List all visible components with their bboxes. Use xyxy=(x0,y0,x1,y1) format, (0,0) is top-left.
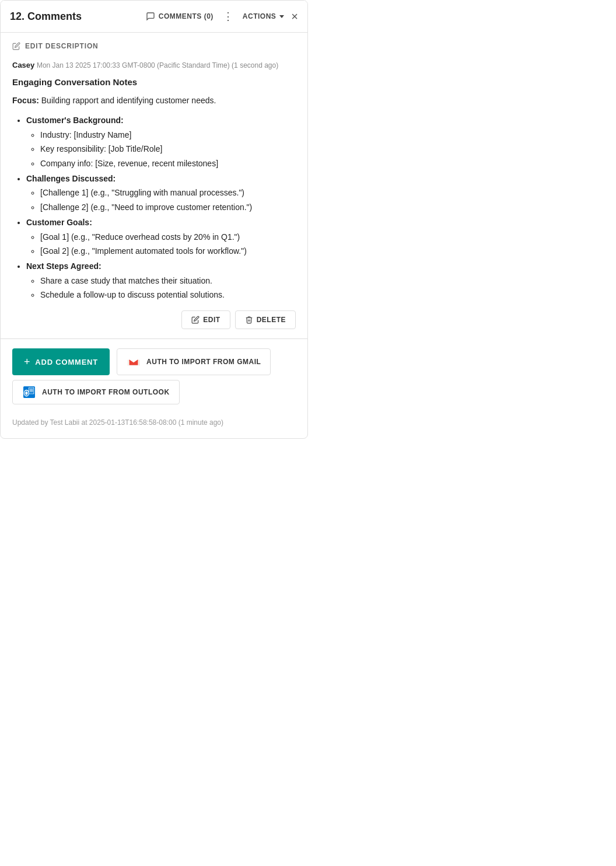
list-item: Customer Goals: [Goal 1] (e.g., "Reduce … xyxy=(26,216,296,257)
list-item: Key responsibility: [Job Title/Role] xyxy=(40,142,296,155)
header: 12. Comments COMMENTS (0) ⋮ ACTIONS × xyxy=(1,1,307,33)
comments-tab-label: COMMENTS (0) xyxy=(159,12,214,20)
list-item: Share a case study that matches their si… xyxy=(40,274,296,287)
delete-button[interactable]: DELETE xyxy=(235,310,296,329)
author-meta: Mon Jan 13 2025 17:00:33 GMT-0800 (Pacif… xyxy=(37,61,278,69)
sections-list: Customer's Background: Industry: [Indust… xyxy=(12,114,296,301)
edit-description-button[interactable]: EDIT DESCRIPTION xyxy=(12,42,296,50)
note-content: Engaging Conversation Notes Focus: Build… xyxy=(12,75,296,301)
actions-button[interactable]: ACTIONS xyxy=(243,12,285,20)
actions-label: ACTIONS xyxy=(243,12,276,20)
page-title: 12. Comments xyxy=(10,11,146,23)
auth-outlook-button[interactable]: AUTH TO IMPORT FROM OUTLOOK xyxy=(12,380,180,404)
list-item: Company info: [Size, revenue, recent mil… xyxy=(40,157,296,170)
main-content: EDIT DESCRIPTION Casey Mon Jan 13 2025 1… xyxy=(1,33,307,438)
gmail-icon xyxy=(127,356,141,368)
comments-icon xyxy=(146,12,155,21)
outlook-button-label: AUTH TO IMPORT FROM OUTLOOK xyxy=(42,388,170,396)
focus-line: Focus: Building rapport and identifying … xyxy=(12,94,296,107)
list-item: Schedule a follow-up to discuss potentia… xyxy=(40,288,296,301)
bottom-row-2: AUTH TO IMPORT FROM OUTLOOK xyxy=(12,380,296,404)
focus-text: Building rapport and identifying custome… xyxy=(39,96,216,105)
svg-point-7 xyxy=(25,392,27,395)
note-action-buttons: EDIT DELETE xyxy=(12,310,296,329)
close-button[interactable]: × xyxy=(291,11,298,22)
sub-list: [Challenge 1] (e.g., "Struggling with ma… xyxy=(26,186,296,214)
sub-list: Industry: [Industry Name] Key responsibi… xyxy=(26,128,296,170)
edit-button[interactable]: EDIT xyxy=(181,310,230,329)
auth-gmail-button[interactable]: AUTH TO IMPORT FROM GMAIL xyxy=(117,348,271,375)
author-name: Casey xyxy=(12,61,34,69)
list-item: [Goal 2] (e.g., "Implement automated too… xyxy=(40,245,296,257)
list-item: Next Steps Agreed: Share a case study th… xyxy=(26,260,296,301)
divider xyxy=(1,338,307,339)
focus-label: Focus: xyxy=(12,96,39,105)
content-heading: Engaging Conversation Notes xyxy=(12,75,296,89)
sub-list: Share a case study that matches their si… xyxy=(26,274,296,302)
add-comment-label: ADD COMMENT xyxy=(35,358,98,366)
list-item: [Goal 1] (e.g., "Reduce overhead costs b… xyxy=(40,231,296,243)
gmail-button-label: AUTH TO IMPORT FROM GMAIL xyxy=(146,358,261,366)
chevron-down-icon xyxy=(279,15,284,18)
list-item: Industry: [Industry Name] xyxy=(40,128,296,141)
bottom-row-1: + ADD COMMENT xyxy=(12,348,296,375)
plus-icon: + xyxy=(24,357,30,367)
edit-description-label: EDIT DESCRIPTION xyxy=(25,42,98,50)
pencil-icon xyxy=(191,316,200,324)
comments-tab[interactable]: COMMENTS (0) xyxy=(146,12,214,21)
bottom-actions: + ADD COMMENT xyxy=(12,348,296,414)
outlook-icon xyxy=(22,386,36,398)
delete-button-label: DELETE xyxy=(257,316,286,324)
list-item: [Challenge 2] (e.g., "Need to improve cu… xyxy=(40,201,296,214)
trash-icon xyxy=(245,316,253,324)
author-line: Casey Mon Jan 13 2025 17:00:33 GMT-0800 … xyxy=(12,61,296,69)
pencil-icon xyxy=(12,42,20,50)
sub-list: [Goal 1] (e.g., "Reduce overhead costs b… xyxy=(26,231,296,258)
more-options-button[interactable]: ⋮ xyxy=(220,9,236,24)
add-comment-button[interactable]: + ADD COMMENT xyxy=(12,348,110,375)
header-actions: COMMENTS (0) ⋮ ACTIONS × xyxy=(146,9,298,24)
updated-line: Updated by Test Labii at 2025-01-13T16:5… xyxy=(12,414,296,429)
list-item: [Challenge 1] (e.g., "Struggling with ma… xyxy=(40,186,296,199)
list-item: Challenges Discussed: [Challenge 1] (e.g… xyxy=(26,172,296,214)
list-item: Customer's Background: Industry: [Indust… xyxy=(26,114,296,170)
edit-button-label: EDIT xyxy=(203,316,220,324)
